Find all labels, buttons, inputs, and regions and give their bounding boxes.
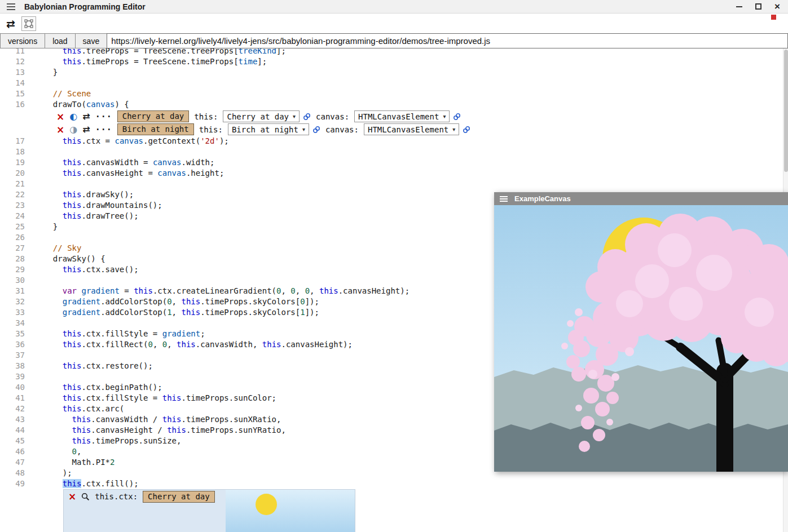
line-number: 44 [0,425,25,436]
code-text: drawSky() { [25,254,105,264]
code-line[interactable]: 18 [0,147,788,157]
code-line[interactable]: 16 drawTo(canvas) { [0,99,788,110]
dropdown-value: Cherry at day [227,112,289,121]
probe-expression-label: this.ctx: [95,492,138,501]
code-text: this.drawSky(); [25,189,134,200]
code-text: ); [25,468,72,478]
line-number: 22 [0,189,25,200]
line-number: 15 [0,88,25,99]
line-number: 42 [0,404,25,414]
code-line[interactable]: 21 [0,179,788,189]
canvas-value-dropdown[interactable]: HTMLCanvasElement ▾ [364,123,459,135]
link-icon[interactable] [312,126,320,134]
code-text [25,78,43,88]
code-line[interactable]: 17 this.ctx = canvas.getContext('2d'); [0,136,788,147]
example-canvas-titlebar[interactable]: ExampleCanvas [494,192,788,205]
close-icon: × [774,3,780,11]
swap-arrows-icon[interactable]: ⇄ [82,112,90,122]
line-number: 18 [0,147,25,157]
line-number: 49 [0,478,25,489]
line-number: 29 [0,264,25,275]
maximize-button[interactable] [754,3,762,11]
window-titlebar: Babylonian Programming Editor × [0,0,788,14]
line-number: 23 [0,200,25,211]
line-number: 43 [0,414,25,425]
example-name-button[interactable]: Cherry at day [143,491,215,503]
code-line[interactable]: 49 this.ctx.fill(); [0,478,788,489]
remove-example-icon[interactable]: × [56,125,64,135]
example-canvas-window: ExampleCanvas [494,192,788,472]
link-icon[interactable] [463,126,470,134]
example-toggle-off-icon[interactable]: ◑ [69,125,77,135]
line-number: 19 [0,157,25,168]
search-icon[interactable] [81,493,90,501]
link-icon[interactable] [303,113,311,121]
this-value-dropdown[interactable]: Birch at night ▾ [228,123,309,135]
code-lines-top: 11 this.treeProps = TreeScene.treeProps[… [0,48,788,110]
code-line[interactable]: 14 [0,78,788,88]
line-number: 37 [0,350,25,361]
more-options-icon[interactable]: ··· [95,126,112,134]
code-text: this.treeProps = TreeScene.treeProps[tre… [25,48,286,56]
code-text: this.ctx = canvas.getContext('2d'); [25,136,229,147]
code-text: } [25,67,58,78]
select-region-tool-button[interactable] [21,16,36,31]
code-text: this.ctx.restore(); [25,361,153,371]
example-toggle-on-icon[interactable]: ◐ [69,112,77,122]
code-line[interactable]: 13 } [0,67,788,78]
code-line[interactable]: 19 this.canvasWidth = canvas.width; [0,157,788,168]
code-text: } [25,221,58,232]
example-probe-row: × ◑ ⇄ ··· Birch at night this: Birch at … [0,123,788,136]
example-probe-row: × ◐ ⇄ ··· Cherry at day this: Cherry at … [0,110,788,123]
maximize-icon [755,3,761,10]
chevron-down-icon: ▾ [293,113,296,119]
connect-tool-button[interactable]: ⇄ [3,16,18,31]
canvas-preview-image [226,490,355,532]
minimize-button[interactable] [735,3,743,11]
line-number: 34 [0,318,25,329]
load-button[interactable]: load [45,33,75,48]
chevron-down-icon: ▾ [302,126,305,132]
more-options-icon[interactable]: ··· [95,113,112,121]
this-value-dropdown[interactable]: Cherry at day ▾ [223,110,300,122]
this-param-label: this: [199,125,223,134]
line-number: 13 [0,67,25,78]
line-number: 28 [0,254,25,264]
canvas-value-dropdown[interactable]: HTMLCanvasElement ▾ [354,110,450,122]
save-button[interactable]: save [75,33,108,48]
code-text: this.canvasHeight / this.timeProps.sunYR… [25,425,286,436]
line-number: 31 [0,286,25,296]
example-name-button[interactable]: Birch at night [117,123,194,135]
code-text [25,147,43,157]
remove-example-icon[interactable]: × [56,112,64,122]
scrollbar-thumb[interactable] [784,50,788,172]
code-line[interactable]: 11 this.treeProps = TreeScene.treeProps[… [0,48,788,56]
line-number: 12 [0,56,25,67]
canvas-param-label: canvas: [325,125,359,134]
example-name-button[interactable]: Cherry at day [117,110,190,122]
code-text [25,232,43,243]
versions-button[interactable]: versions [0,33,45,48]
code-text: this.canvasHeight = canvas.height; [25,168,224,179]
code-text: // Sky [25,243,81,254]
code-text: this.canvasWidth = canvas.width; [25,157,214,168]
this-param-label: this: [194,112,218,121]
line-number: 32 [0,296,25,307]
code-line[interactable]: 20 this.canvasHeight = canvas.height; [0,168,788,179]
line-number: 39 [0,371,25,382]
line-number: 47 [0,457,25,468]
code-line[interactable]: 12 this.timeProps = TreeScene.timeProps[… [0,56,788,67]
line-number: 46 [0,446,25,457]
swap-arrows-icon[interactable]: ⇄ [82,125,90,135]
window-title: Babylonian Programming Editor [24,2,146,11]
hamburger-menu-icon[interactable] [7,6,15,7]
line-number: 33 [0,307,25,318]
canvas-param-label: canvas: [316,112,349,121]
hamburger-menu-icon[interactable] [500,198,508,200]
link-icon[interactable] [453,113,461,121]
close-button[interactable]: × [773,3,781,11]
code-text [25,318,43,329]
remove-probe-icon[interactable]: × [68,491,76,502]
code-line[interactable]: 15 // Scene [0,88,788,99]
url-input[interactable] [107,33,788,48]
